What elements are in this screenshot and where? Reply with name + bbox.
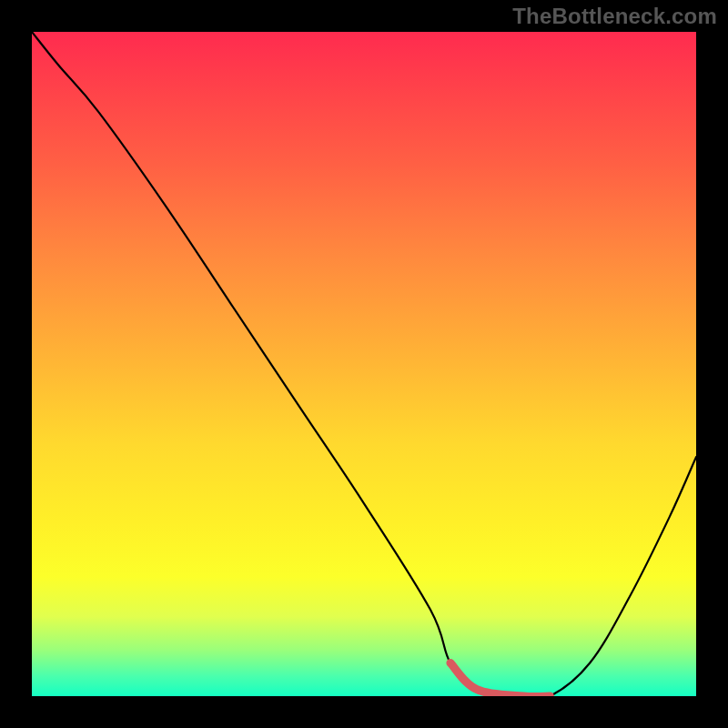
sweet-spot-path [450, 663, 551, 697]
watermark-text: TheBottleneck.com [512, 4, 717, 29]
chart-frame: TheBottleneck.com [0, 0, 728, 728]
sweet-spot-highlight [32, 32, 696, 696]
curve-path [32, 32, 696, 696]
plot-area [32, 32, 696, 696]
bottleneck-curve [32, 32, 696, 696]
